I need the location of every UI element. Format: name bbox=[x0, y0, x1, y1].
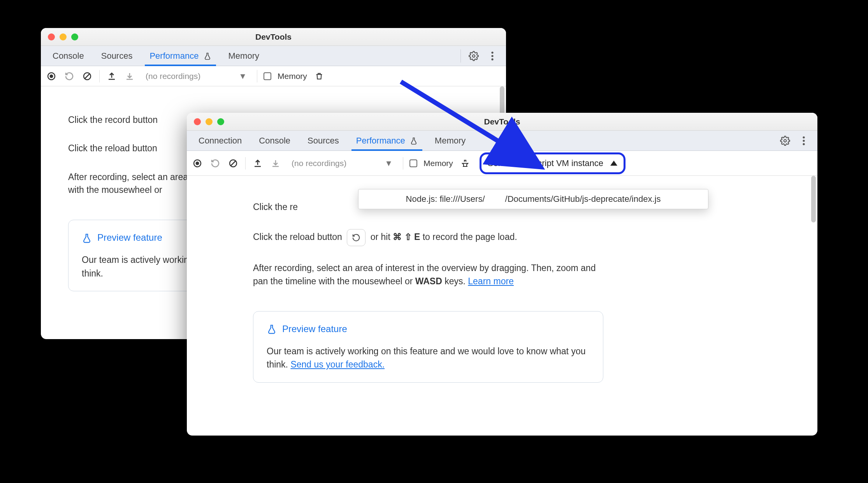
more-menu-icon[interactable] bbox=[487, 50, 498, 62]
devtools-tabbar: Console Sources Performance Memory bbox=[41, 46, 506, 66]
tab-performance-label: Performance bbox=[149, 51, 199, 61]
preview-feature-title: Preview feature bbox=[97, 231, 162, 245]
memory-checkbox-label: Memory bbox=[278, 72, 307, 81]
reload-record-button[interactable] bbox=[63, 70, 75, 82]
window-title: DevTools bbox=[187, 117, 817, 126]
window-title: DevTools bbox=[41, 32, 506, 42]
keyboard-shortcut: ⌘ ⇧ E bbox=[393, 232, 420, 242]
record-hint-line: Click the re bbox=[253, 201, 603, 214]
svg-point-0 bbox=[473, 54, 475, 57]
memory-checkbox[interactable] bbox=[264, 72, 271, 80]
settings-gear-icon[interactable] bbox=[468, 50, 480, 62]
wasd-keys: WASD bbox=[415, 276, 442, 286]
titlebar: DevTools bbox=[187, 113, 817, 131]
flask-icon bbox=[82, 233, 92, 243]
separator bbox=[257, 70, 257, 82]
devtools-window-front: DevTools Connection Console Sources Perf… bbox=[187, 113, 817, 436]
recordings-placeholder: (no recordings) bbox=[292, 159, 346, 168]
send-feedback-link[interactable]: Send us your feedback. bbox=[290, 359, 385, 369]
settings-gear-icon[interactable] bbox=[779, 135, 791, 147]
separator bbox=[99, 70, 100, 82]
download-profile-button[interactable] bbox=[124, 70, 135, 82]
devtools-tabbar: Connection Console Sources Performance M… bbox=[187, 131, 817, 151]
svg-point-10 bbox=[803, 140, 805, 142]
recordings-dropdown[interactable]: (no recordings) ▼ bbox=[142, 70, 251, 83]
download-profile-button[interactable] bbox=[270, 158, 281, 169]
svg-point-2 bbox=[491, 55, 493, 57]
clear-button[interactable] bbox=[81, 70, 93, 82]
garbage-collect-button[interactable] bbox=[459, 158, 471, 169]
memory-checkbox-label: Memory bbox=[423, 159, 453, 168]
recordings-dropdown[interactable]: (no recordings) ▼ bbox=[288, 157, 397, 170]
tab-console[interactable]: Console bbox=[45, 46, 92, 66]
experiment-flask-icon bbox=[410, 137, 418, 145]
svg-point-8 bbox=[784, 139, 787, 142]
tab-console[interactable]: Console bbox=[251, 131, 298, 151]
upload-profile-button[interactable] bbox=[252, 158, 264, 169]
reload-record-button[interactable] bbox=[209, 158, 221, 169]
clear-button[interactable] bbox=[227, 158, 239, 169]
tab-memory[interactable]: Memory bbox=[221, 46, 267, 66]
reload-icon-inline bbox=[347, 229, 365, 246]
separator bbox=[245, 157, 246, 170]
more-menu-icon[interactable] bbox=[798, 135, 810, 147]
preview-feature-title: Preview feature bbox=[282, 322, 347, 336]
titlebar: DevTools bbox=[41, 28, 506, 46]
performance-toolbar: (no recordings) ▼ Memory bbox=[41, 66, 506, 86]
separator bbox=[460, 49, 461, 63]
flask-icon bbox=[267, 324, 277, 334]
preview-feature-card: Preview feature Our team is actively wor… bbox=[253, 311, 603, 383]
performance-toolbar: (no recordings) ▼ Memory Select JavaScri… bbox=[187, 151, 817, 176]
vm-instance-select-label: Select JavaScript VM instance bbox=[488, 158, 603, 168]
learn-more-link[interactable]: Learn more bbox=[468, 276, 514, 286]
svg-line-7 bbox=[85, 74, 90, 79]
chevron-down-icon: ▼ bbox=[239, 72, 247, 81]
svg-line-15 bbox=[231, 161, 235, 166]
recordings-placeholder: (no recordings) bbox=[146, 72, 200, 81]
chevron-down-icon: ▼ bbox=[385, 159, 393, 168]
svg-point-5 bbox=[50, 74, 53, 78]
svg-point-13 bbox=[196, 161, 199, 165]
tab-memory[interactable]: Memory bbox=[427, 131, 473, 151]
tab-connection[interactable]: Connection bbox=[191, 131, 250, 151]
tab-performance[interactable]: Performance bbox=[142, 46, 219, 66]
reload-hint-line: Click the reload button or hit ⌘ ⇧ E to … bbox=[253, 229, 603, 246]
memory-checkbox[interactable] bbox=[409, 159, 417, 167]
upload-profile-button[interactable] bbox=[106, 70, 118, 82]
chevron-up-icon bbox=[610, 161, 617, 166]
garbage-collect-button[interactable] bbox=[313, 70, 325, 82]
record-button[interactable] bbox=[46, 70, 57, 82]
separator bbox=[403, 157, 403, 170]
performance-landing: Click the re Click the reload button or … bbox=[187, 176, 817, 436]
tab-sources[interactable]: Sources bbox=[93, 46, 141, 66]
tab-performance[interactable]: Performance bbox=[348, 131, 425, 151]
after-recording-hint: After recording, select an area of inter… bbox=[253, 262, 603, 288]
svg-point-9 bbox=[803, 136, 805, 138]
tab-sources[interactable]: Sources bbox=[300, 131, 347, 151]
experiment-flask-icon bbox=[204, 52, 211, 60]
svg-point-1 bbox=[491, 51, 493, 53]
tab-performance-label: Performance bbox=[356, 136, 405, 145]
svg-point-11 bbox=[803, 143, 805, 145]
record-button[interactable] bbox=[192, 158, 203, 169]
svg-point-3 bbox=[491, 58, 493, 60]
vm-instance-select[interactable]: Select JavaScript VM instance bbox=[480, 152, 626, 174]
